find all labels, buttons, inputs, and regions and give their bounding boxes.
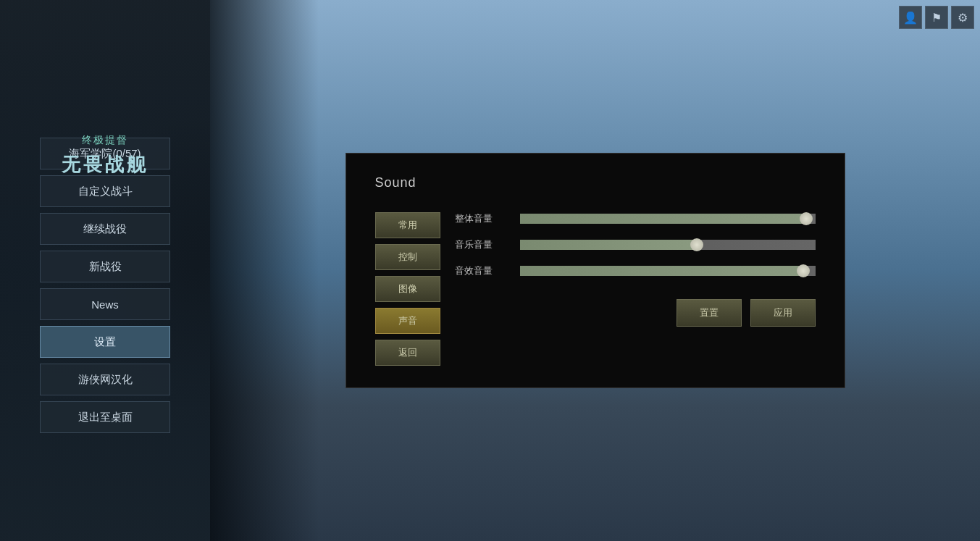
- music-volume-fill: [520, 240, 698, 250]
- menu-custom-battle[interactable]: 自定义战斗: [40, 175, 170, 207]
- menu-new-campaign[interactable]: 新战役: [40, 251, 170, 282]
- music-volume-label: 音乐音量: [455, 238, 513, 251]
- apply-button[interactable]: 应用: [750, 299, 816, 327]
- music-volume-row: 音乐音量: [455, 238, 816, 251]
- sfx-volume-track[interactable]: [520, 266, 816, 276]
- menu-news[interactable]: News: [40, 288, 170, 320]
- sfx-volume-fill: [520, 266, 804, 276]
- menu-settings[interactable]: 设置: [40, 326, 170, 358]
- master-volume-thumb[interactable]: [800, 212, 813, 225]
- master-volume-label: 整体音量: [455, 212, 513, 225]
- main-menu: 海军学院(0/57) 自定义战斗 继续战役 新战役 News 设置 游侠网汉化 …: [40, 138, 170, 433]
- dialog-overlay: Sound 常用 控制 图像 声音 返回 整体音量: [210, 0, 980, 541]
- master-volume-row: 整体音量: [455, 212, 816, 225]
- dialog-content: 整体音量 音乐音量 音效音量: [455, 212, 816, 366]
- menu-continue-campaign[interactable]: 继续战役: [40, 213, 170, 245]
- dialog-title: Sound: [375, 175, 816, 190]
- master-volume-fill: [520, 214, 807, 224]
- music-volume-thumb[interactable]: [690, 238, 703, 251]
- sfx-volume-thumb[interactable]: [797, 264, 810, 277]
- dialog-footer: 置置 应用: [455, 299, 816, 327]
- sound-dialog: Sound 常用 控制 图像 声音 返回 整体音量: [345, 153, 845, 388]
- left-panel: 终极提督 无畏战舰 海军学院(0/57) 自定义战斗 继续战役 新战役 News…: [0, 0, 210, 541]
- sfx-volume-row: 音效音量: [455, 264, 816, 277]
- dialog-layout: 常用 控制 图像 声音 返回 整体音量 音乐音量: [375, 212, 816, 366]
- menu-exit[interactable]: 退出至桌面: [40, 401, 170, 433]
- tab-sound[interactable]: 声音: [375, 308, 440, 334]
- tab-common[interactable]: 常用: [375, 212, 440, 238]
- game-title: 无畏战舰: [62, 152, 148, 177]
- master-volume-track[interactable]: [520, 214, 816, 224]
- tab-back[interactable]: 返回: [375, 340, 440, 366]
- dialog-tabs: 常用 控制 图像 声音 返回: [375, 212, 440, 366]
- tab-control[interactable]: 控制: [375, 244, 440, 270]
- menu-localization[interactable]: 游侠网汉化: [40, 364, 170, 395]
- reset-button[interactable]: 置置: [677, 299, 742, 327]
- tab-image[interactable]: 图像: [375, 276, 440, 302]
- game-subtitle: 终极提督: [82, 134, 128, 147]
- music-volume-track[interactable]: [520, 240, 816, 250]
- sfx-volume-label: 音效音量: [455, 264, 513, 277]
